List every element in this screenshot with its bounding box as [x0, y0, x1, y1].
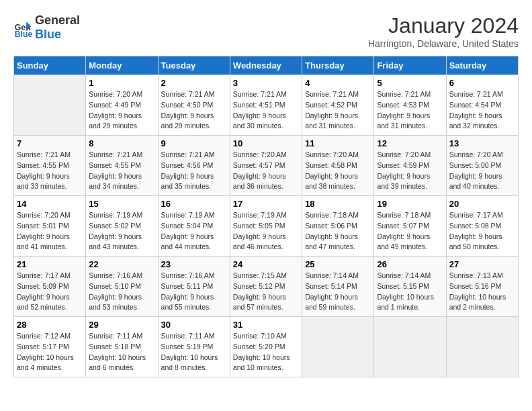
day-number: 13 — [449, 138, 515, 148]
calendar-cell: 24Sunrise: 7:15 AM Sunset: 5:12 PM Dayli… — [230, 257, 302, 317]
weekday-header-cell: Saturday — [446, 56, 518, 75]
day-number: 16 — [161, 199, 227, 209]
day-info: Sunrise: 7:11 AM Sunset: 5:18 PM Dayligh… — [89, 331, 154, 373]
day-info: Sunrise: 7:14 AM Sunset: 5:15 PM Dayligh… — [377, 271, 443, 313]
day-info: Sunrise: 7:20 AM Sunset: 5:01 PM Dayligh… — [17, 210, 83, 253]
calendar-cell — [14, 75, 86, 136]
calendar-cell: 14Sunrise: 7:20 AM Sunset: 5:01 PM Dayli… — [14, 196, 86, 257]
calendar-cell: 6Sunrise: 7:21 AM Sunset: 4:54 PM Daylig… — [446, 75, 518, 136]
day-info: Sunrise: 7:19 AM Sunset: 5:04 PM Dayligh… — [161, 210, 227, 253]
calendar-cell: 10Sunrise: 7:20 AM Sunset: 4:57 PM Dayli… — [230, 136, 302, 196]
day-info: Sunrise: 7:20 AM Sunset: 4:49 PM Dayligh… — [89, 89, 154, 132]
day-number: 27 — [449, 259, 515, 269]
day-info: Sunrise: 7:17 AM Sunset: 5:08 PM Dayligh… — [449, 210, 515, 253]
calendar-cell: 27Sunrise: 7:13 AM Sunset: 5:16 PM Dayli… — [446, 257, 518, 317]
calendar-cell: 21Sunrise: 7:17 AM Sunset: 5:09 PM Dayli… — [14, 257, 86, 317]
day-number: 25 — [305, 259, 371, 269]
day-number: 28 — [17, 320, 83, 330]
calendar-cell: 16Sunrise: 7:19 AM Sunset: 5:04 PM Dayli… — [158, 196, 230, 257]
day-number: 12 — [377, 138, 443, 148]
weekday-header-cell: Wednesday — [230, 56, 302, 75]
day-number: 14 — [17, 199, 83, 209]
day-info: Sunrise: 7:15 AM Sunset: 5:12 PM Dayligh… — [233, 271, 299, 313]
title-block: January 2024 Harrington, Delaware, Unite… — [368, 13, 519, 49]
day-number: 8 — [89, 138, 154, 148]
day-number: 22 — [89, 259, 154, 269]
day-info: Sunrise: 7:21 AM Sunset: 4:54 PM Dayligh… — [449, 89, 515, 132]
day-number: 23 — [161, 259, 227, 269]
day-info: Sunrise: 7:21 AM Sunset: 4:56 PM Dayligh… — [161, 150, 227, 192]
day-number: 17 — [233, 199, 299, 209]
calendar-week-row: 1Sunrise: 7:20 AM Sunset: 4:49 PM Daylig… — [14, 75, 519, 136]
calendar-cell: 23Sunrise: 7:16 AM Sunset: 5:11 PM Dayli… — [158, 257, 230, 317]
calendar-cell: 15Sunrise: 7:19 AM Sunset: 5:02 PM Dayli… — [86, 196, 158, 257]
calendar-cell: 22Sunrise: 7:16 AM Sunset: 5:10 PM Dayli… — [86, 257, 158, 317]
calendar-cell: 8Sunrise: 7:21 AM Sunset: 4:55 PM Daylig… — [86, 136, 158, 196]
day-info: Sunrise: 7:21 AM Sunset: 4:51 PM Dayligh… — [233, 89, 299, 132]
day-number: 7 — [17, 138, 83, 148]
calendar-cell: 12Sunrise: 7:20 AM Sunset: 4:59 PM Dayli… — [374, 136, 446, 196]
calendar-cell: 1Sunrise: 7:20 AM Sunset: 4:49 PM Daylig… — [86, 75, 158, 136]
weekday-header-cell: Thursday — [302, 56, 374, 75]
day-number: 5 — [377, 78, 443, 88]
day-info: Sunrise: 7:14 AM Sunset: 5:14 PM Dayligh… — [305, 271, 371, 313]
calendar-cell: 29Sunrise: 7:11 AM Sunset: 5:18 PM Dayli… — [86, 317, 158, 377]
calendar-cell: 30Sunrise: 7:11 AM Sunset: 5:19 PM Dayli… — [158, 317, 230, 377]
calendar-cell: 19Sunrise: 7:18 AM Sunset: 5:07 PM Dayli… — [374, 196, 446, 257]
month-title: January 2024 — [368, 13, 519, 38]
logo: Gen Blue General Blue — [13, 13, 80, 42]
day-info: Sunrise: 7:16 AM Sunset: 5:11 PM Dayligh… — [161, 271, 227, 313]
day-number: 26 — [377, 259, 443, 269]
day-number: 4 — [305, 78, 371, 88]
day-info: Sunrise: 7:13 AM Sunset: 5:16 PM Dayligh… — [449, 271, 515, 313]
calendar-week-row: 7Sunrise: 7:21 AM Sunset: 4:55 PM Daylig… — [14, 136, 519, 196]
day-number: 18 — [305, 199, 371, 209]
calendar-cell: 18Sunrise: 7:18 AM Sunset: 5:06 PM Dayli… — [302, 196, 374, 257]
weekday-header-cell: Tuesday — [158, 56, 230, 75]
calendar-cell — [374, 317, 446, 377]
calendar-cell: 17Sunrise: 7:19 AM Sunset: 5:05 PM Dayli… — [230, 196, 302, 257]
calendar-cell: 11Sunrise: 7:20 AM Sunset: 4:58 PM Dayli… — [302, 136, 374, 196]
calendar-cell: 4Sunrise: 7:21 AM Sunset: 4:52 PM Daylig… — [302, 75, 374, 136]
calendar-cell: 31Sunrise: 7:10 AM Sunset: 5:20 PM Dayli… — [230, 317, 302, 377]
day-info: Sunrise: 7:21 AM Sunset: 4:55 PM Dayligh… — [17, 150, 83, 192]
calendar-cell: 3Sunrise: 7:21 AM Sunset: 4:51 PM Daylig… — [230, 75, 302, 136]
calendar-cell — [446, 317, 518, 377]
calendar-cell: 9Sunrise: 7:21 AM Sunset: 4:56 PM Daylig… — [158, 136, 230, 196]
calendar-cell: 20Sunrise: 7:17 AM Sunset: 5:08 PM Dayli… — [446, 196, 518, 257]
day-info: Sunrise: 7:21 AM Sunset: 4:55 PM Dayligh… — [89, 150, 154, 192]
weekday-header-cell: Monday — [86, 56, 158, 75]
day-number: 6 — [449, 78, 515, 88]
day-number: 2 — [161, 78, 227, 88]
calendar-cell: 26Sunrise: 7:14 AM Sunset: 5:15 PM Dayli… — [374, 257, 446, 317]
day-info: Sunrise: 7:19 AM Sunset: 5:02 PM Dayligh… — [89, 210, 154, 253]
svg-text:Blue: Blue — [15, 30, 32, 37]
day-info: Sunrise: 7:21 AM Sunset: 4:50 PM Dayligh… — [161, 89, 227, 132]
calendar-week-row: 21Sunrise: 7:17 AM Sunset: 5:09 PM Dayli… — [14, 257, 519, 317]
calendar-table: SundayMondayTuesdayWednesdayThursdayFrid… — [13, 56, 519, 377]
logo-icon: Gen Blue — [13, 18, 32, 37]
calendar-cell: 28Sunrise: 7:12 AM Sunset: 5:17 PM Dayli… — [14, 317, 86, 377]
day-number: 21 — [17, 259, 83, 269]
day-number: 30 — [161, 320, 227, 330]
day-number: 11 — [305, 138, 371, 148]
day-info: Sunrise: 7:10 AM Sunset: 5:20 PM Dayligh… — [233, 331, 299, 373]
day-info: Sunrise: 7:20 AM Sunset: 4:59 PM Dayligh… — [377, 150, 443, 192]
day-info: Sunrise: 7:19 AM Sunset: 5:05 PM Dayligh… — [233, 210, 299, 253]
logo-line1: General — [35, 13, 80, 28]
day-info: Sunrise: 7:11 AM Sunset: 5:19 PM Dayligh… — [161, 331, 227, 373]
calendar-cell: 25Sunrise: 7:14 AM Sunset: 5:14 PM Dayli… — [302, 257, 374, 317]
weekday-header-row: SundayMondayTuesdayWednesdayThursdayFrid… — [14, 56, 519, 75]
location-subtitle: Harrington, Delaware, United States — [368, 38, 519, 49]
day-info: Sunrise: 7:18 AM Sunset: 5:07 PM Dayligh… — [377, 210, 443, 253]
calendar-week-row: 28Sunrise: 7:12 AM Sunset: 5:17 PM Dayli… — [14, 317, 519, 377]
calendar-cell: 7Sunrise: 7:21 AM Sunset: 4:55 PM Daylig… — [14, 136, 86, 196]
day-number: 15 — [89, 199, 154, 209]
day-info: Sunrise: 7:18 AM Sunset: 5:06 PM Dayligh… — [305, 210, 371, 253]
logo-line2: Blue — [35, 28, 80, 42]
day-info: Sunrise: 7:21 AM Sunset: 4:52 PM Dayligh… — [305, 89, 371, 132]
day-number: 1 — [89, 78, 154, 88]
day-number: 10 — [233, 138, 299, 148]
day-info: Sunrise: 7:20 AM Sunset: 5:00 PM Dayligh… — [449, 150, 515, 192]
day-info: Sunrise: 7:12 AM Sunset: 5:17 PM Dayligh… — [17, 331, 83, 373]
